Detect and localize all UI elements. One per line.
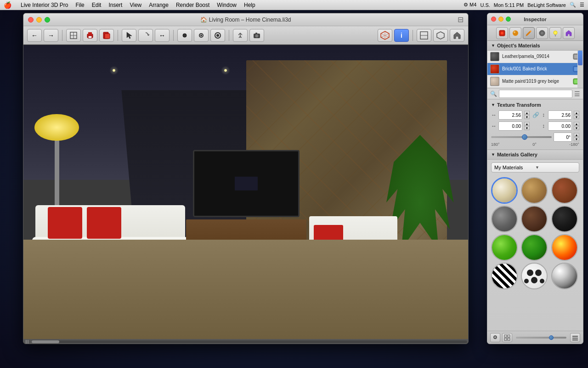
search-icon[interactable]: 🔍 — [570, 2, 576, 8]
menu-app[interactable]: Live Interior 3D Pro — [21, 2, 68, 8]
material-thumb-green-bright[interactable] — [491, 234, 518, 261]
material-thumb-fire[interactable] — [551, 234, 578, 261]
inspector-minimize[interactable] — [498, 17, 503, 22]
floorplan-button[interactable] — [66, 29, 81, 42]
tab-light-icon[interactable] — [549, 27, 561, 39]
tt-offsety-up[interactable]: ▲ — [574, 122, 579, 126]
filter-menu-button[interactable]: ☰ — [574, 90, 580, 98]
3d-viewport[interactable]: ||| — [23, 45, 469, 344]
tt-offsetx-up[interactable]: ▲ — [524, 122, 530, 126]
viewport-scrollbar[interactable]: ||| — [23, 339, 469, 344]
tt-offsety-down[interactable]: ▼ — [574, 126, 579, 130]
window-resize-icon[interactable]: ⊟ — [458, 15, 464, 24]
tab-sphere-icon[interactable] — [509, 27, 521, 39]
walk-tool[interactable] — [233, 29, 248, 42]
menu-edit[interactable]: Edit — [92, 2, 102, 8]
rotation-thumb[interactable] — [522, 134, 527, 140]
inspector-settings-button[interactable]: ⚙ — [490, 333, 500, 342]
tt-link-icon[interactable]: 🔗 — [532, 112, 539, 118]
material-thumb-stone[interactable] — [491, 206, 518, 232]
material-item-matte[interactable]: Matte paint/1019 grey beige — [487, 75, 583, 88]
tt-rotation-down[interactable]: ▼ — [574, 137, 579, 141]
materials-list[interactable]: Leather/pamela_09014 Brick/001 Baked Bri… — [487, 51, 583, 88]
menu-help[interactable]: Help — [244, 2, 255, 8]
move-tool[interactable]: ↔ — [155, 29, 170, 42]
tt-width-input[interactable] — [498, 110, 522, 120]
rotation-track — [491, 136, 552, 138]
apple-menu[interactable]: 🍎 — [4, 1, 11, 9]
nav-back-button[interactable]: ← — [27, 29, 42, 42]
material-thumb-brick[interactable] — [551, 177, 578, 204]
nav-forward-button[interactable]: → — [44, 29, 58, 42]
home-view-button[interactable] — [450, 29, 464, 42]
point-light-tool[interactable] — [177, 29, 192, 42]
menu-file[interactable]: File — [75, 2, 84, 8]
material-thumb-cream[interactable] — [491, 177, 518, 204]
tt-rotation-input[interactable] — [554, 132, 572, 142]
material-thumb-chrome[interactable] — [551, 263, 578, 289]
tt-offsetx-down[interactable]: ▼ — [524, 126, 530, 130]
menu-view[interactable]: View — [130, 2, 141, 8]
material-item-leather[interactable]: Leather/pamela_09014 — [487, 51, 583, 63]
minimize-button[interactable] — [36, 17, 42, 23]
menu-render[interactable]: Render Boost — [176, 2, 209, 8]
scrollbar-thumb[interactable] — [32, 340, 59, 343]
tt-height-input[interactable] — [548, 110, 572, 120]
material-thumb-zebra[interactable] — [491, 263, 518, 289]
area-light-tool[interactable] — [210, 29, 225, 42]
material-thumb-dark[interactable] — [551, 206, 578, 232]
svg-point-23 — [513, 30, 518, 36]
inspector-maximize[interactable] — [506, 17, 511, 22]
tt-offsetx-stepper: ▲ ▼ — [524, 122, 530, 130]
menu-arrange[interactable]: Arrange — [149, 2, 169, 8]
material-item-brick[interactable]: Brick/001 Baked Brick — [487, 63, 583, 75]
tt-width-up[interactable]: ▲ — [524, 111, 530, 115]
bottom-slider[interactable] — [516, 334, 566, 341]
menu-insert[interactable]: Insert — [108, 2, 122, 8]
lamp-head — [34, 114, 79, 141]
perspective-button[interactable] — [433, 29, 448, 42]
scrollbar-track[interactable] — [32, 340, 467, 343]
tt-width-down[interactable]: ▼ — [524, 115, 530, 119]
gallery-dropdown[interactable]: My Materials ▼ — [491, 162, 579, 172]
copy-button[interactable] — [99, 29, 114, 42]
material-thumb-wood-light[interactable] — [521, 177, 548, 204]
rotate-tool[interactable] — [138, 29, 153, 42]
bottom-slider-thumb[interactable] — [549, 335, 554, 340]
tab-home-icon[interactable] — [563, 27, 575, 39]
inspector-close[interactable] — [491, 17, 496, 22]
3d-view-button[interactable] — [378, 29, 392, 42]
tt-offsety-input[interactable] — [548, 121, 572, 131]
menu-window[interactable]: Window — [217, 2, 237, 8]
material-thumb-wood-dark[interactable] — [521, 206, 548, 232]
material-thumb-green-dark[interactable] — [521, 234, 548, 261]
ceiling-light-2 — [224, 69, 227, 72]
tt-offsetx-input[interactable] — [498, 121, 522, 131]
maximize-button[interactable] — [45, 17, 50, 23]
camera-tool[interactable] — [249, 29, 264, 42]
filter-input[interactable] — [499, 90, 572, 98]
tab-edit-icon[interactable] — [523, 27, 535, 39]
tab-disc-icon[interactable] — [536, 27, 548, 39]
menu-icon[interactable]: ☰ — [580, 2, 584, 8]
print-button[interactable] — [83, 29, 97, 42]
info-button[interactable]: i — [394, 29, 409, 42]
status-region: U.S. — [480, 2, 490, 8]
material-thumb-spots[interactable] — [521, 263, 548, 289]
tt-height-down[interactable]: ▼ — [574, 115, 579, 119]
gallery-section: ▼ Materials Gallery My Materials ▼ — [487, 150, 583, 291]
spot-light-tool[interactable] — [194, 29, 209, 42]
rotation-slider[interactable] — [491, 133, 552, 141]
close-button[interactable] — [28, 17, 34, 23]
2d-view-button[interactable] — [417, 29, 431, 42]
tt-rotation-up[interactable]: ▲ — [574, 133, 579, 137]
select-tool[interactable] — [122, 29, 136, 42]
tt-height-up[interactable]: ▲ — [574, 111, 579, 115]
main-toolbar: ← → — [23, 26, 468, 45]
tab-materials-icon[interactable] — [496, 27, 508, 39]
inspector-list-button[interactable] — [570, 333, 580, 342]
materials-scrollbar-thumb[interactable] — [578, 51, 582, 65]
menubar-right: ⚙ M4 U.S. Mon 5:11 PM BeLight Software 🔍… — [464, 2, 584, 8]
materials-scrollbar[interactable] — [577, 51, 583, 88]
inspector-grid-button[interactable] — [502, 333, 512, 342]
